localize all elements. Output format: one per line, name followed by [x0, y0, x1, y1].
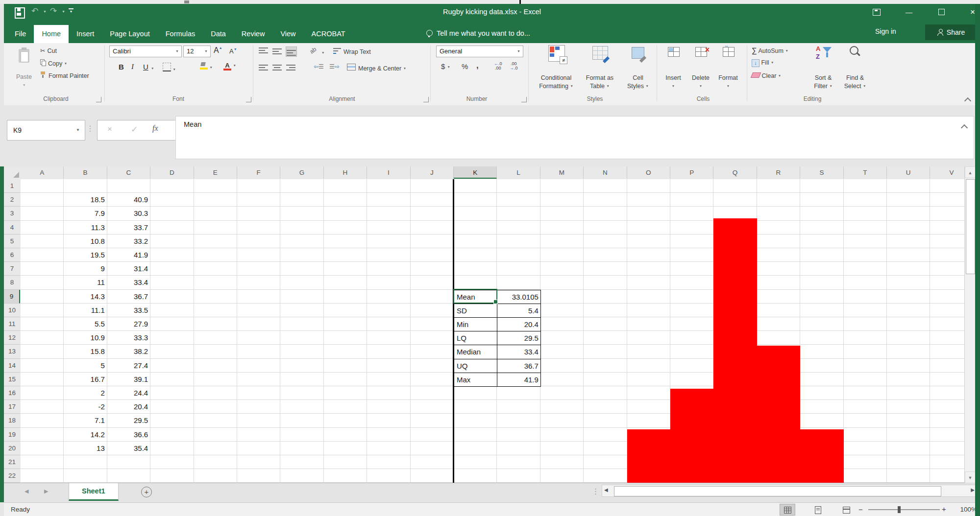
next-sheet-icon[interactable]: ▶: [44, 488, 48, 494]
top-align-button[interactable]: [259, 47, 268, 57]
format-cells-button[interactable]: ↔ Format ▼: [714, 43, 742, 95]
column-header-Q[interactable]: Q: [713, 166, 757, 179]
orientation-button[interactable]: ab: [308, 46, 318, 55]
column-header-K[interactable]: K: [454, 166, 497, 179]
column-header-O[interactable]: O: [627, 166, 670, 179]
row-header-9[interactable]: 9: [4, 290, 20, 304]
number-dialog-launcher-icon[interactable]: [521, 97, 527, 102]
decrease-indent-button[interactable]: ⇦☰: [314, 63, 324, 70]
zoom-slider-track[interactable]: [868, 509, 940, 510]
column-header-D[interactable]: D: [150, 166, 194, 179]
percent-style-button[interactable]: %: [462, 62, 468, 70]
page-break-view-button[interactable]: [839, 504, 854, 515]
row-header-13[interactable]: 13: [4, 345, 20, 358]
column-header-S[interactable]: S: [800, 166, 843, 179]
increase-decimal-button[interactable]: ←.0.00: [494, 62, 502, 70]
find-select-button[interactable]: Find & Select ▼: [840, 43, 870, 95]
scroll-up-icon[interactable]: ▲: [965, 166, 976, 178]
align-right-button[interactable]: [286, 63, 295, 73]
copy-button[interactable]: Copy ▼: [40, 59, 67, 67]
enter-icon[interactable]: ✓: [131, 124, 138, 135]
cut-button[interactable]: ✂Cut: [40, 47, 57, 54]
tab-bar-splitter[interactable]: ⋮: [592, 487, 599, 496]
row-header-5[interactable]: 5: [4, 235, 20, 248]
column-header-E[interactable]: E: [194, 166, 237, 179]
accounting-format-button[interactable]: $ ▼: [441, 62, 450, 70]
column-header-I[interactable]: I: [367, 166, 410, 179]
zoom-level[interactable]: 100%: [954, 506, 977, 513]
row-header-12[interactable]: 12: [4, 331, 20, 345]
tab-page-layout[interactable]: Page Layout: [102, 25, 157, 43]
font-dialog-launcher-icon[interactable]: [246, 97, 251, 102]
borders-button[interactable]: ▼: [163, 63, 176, 73]
row-header-15[interactable]: 15: [4, 373, 20, 386]
font-color-button[interactable]: A ▼: [223, 62, 236, 70]
new-sheet-icon[interactable]: +: [141, 487, 152, 497]
conditional-formatting-button[interactable]: ≠ Conditional Formatting ▼: [534, 43, 578, 95]
horizontal-scrollbar-thumb[interactable]: [614, 486, 941, 496]
tab-insert[interactable]: Insert: [69, 25, 102, 43]
shrink-font-button[interactable]: A▼: [229, 47, 237, 55]
clear-button[interactable]: Clear ▼: [752, 72, 781, 79]
fill-color-button[interactable]: ▼: [200, 62, 213, 71]
formula-bar-input[interactable]: Mean: [175, 116, 974, 159]
row-header-11[interactable]: 11: [4, 317, 20, 331]
column-header-A[interactable]: A: [21, 166, 64, 179]
row-header-14[interactable]: 14: [4, 359, 20, 373]
zoom-slider-thumb[interactable]: [898, 506, 901, 513]
ribbon-display-options-icon[interactable]: [866, 7, 887, 18]
row-header-17[interactable]: 17: [4, 400, 20, 414]
underline-button[interactable]: U: [143, 63, 148, 71]
row-header-16[interactable]: 16: [4, 386, 20, 400]
column-header-H[interactable]: H: [324, 166, 367, 179]
row-header-2[interactable]: 2: [4, 193, 20, 207]
formula-bar-drag-handle[interactable]: ⋮: [86, 124, 94, 133]
tab-data[interactable]: Data: [203, 25, 234, 43]
scroll-right-icon[interactable]: ▶: [971, 487, 975, 493]
fill-handle[interactable]: [493, 300, 498, 304]
row-header-22[interactable]: 22: [4, 469, 20, 483]
normal-view-button[interactable]: [780, 504, 795, 515]
column-header-N[interactable]: N: [584, 166, 627, 179]
column-header-G[interactable]: G: [280, 166, 323, 179]
font-family-select[interactable]: Calibri▼: [109, 46, 182, 57]
increase-indent-button[interactable]: ☰⇨: [329, 63, 340, 70]
insert-cells-button[interactable]: Insert ▼: [661, 43, 686, 95]
wrap-text-button[interactable]: Wrap Text: [333, 47, 371, 55]
row-header-4[interactable]: 4: [4, 221, 20, 235]
align-center-button[interactable]: [272, 63, 282, 73]
row-header-1[interactable]: 1: [4, 179, 20, 193]
scroll-left-icon[interactable]: ◀: [604, 487, 608, 493]
alignment-dialog-launcher-icon[interactable]: [423, 97, 429, 102]
format-painter-button[interactable]: Format Painter: [40, 71, 89, 79]
column-header-J[interactable]: J: [411, 166, 454, 179]
delete-cells-button[interactable]: × Delete ▼: [688, 43, 713, 95]
prev-sheet-icon[interactable]: ◀: [24, 488, 28, 494]
collapse-ribbon-icon[interactable]: [965, 98, 970, 105]
zoom-in-icon[interactable]: +: [942, 505, 946, 513]
cancel-icon[interactable]: ×: [107, 124, 112, 134]
name-box[interactable]: K9▼: [7, 120, 85, 141]
select-all-corner[interactable]: [4, 166, 21, 180]
maximize-icon[interactable]: [931, 7, 952, 18]
insert-function-icon[interactable]: fx: [152, 124, 158, 133]
column-header-T[interactable]: T: [844, 166, 887, 179]
vertical-scrollbar[interactable]: ▲ ▼: [964, 166, 976, 483]
vertical-scrollbar-thumb[interactable]: [966, 179, 975, 274]
grow-font-button[interactable]: A▲: [214, 46, 222, 55]
column-header-R[interactable]: R: [757, 166, 800, 179]
bottom-align-button[interactable]: [286, 47, 296, 56]
column-header-L[interactable]: L: [497, 166, 540, 179]
underline-dropdown-icon[interactable]: ▼: [151, 67, 154, 70]
comma-style-button[interactable]: ,: [476, 61, 479, 70]
page-layout-view-button[interactable]: [810, 504, 825, 515]
orientation-dropdown-icon[interactable]: ▼: [321, 51, 324, 54]
sort-filter-button[interactable]: AZ Sort & Filter ▼: [808, 43, 838, 95]
tab-file[interactable]: File: [7, 25, 34, 43]
fill-button[interactable]: ↓ Fill ▼: [752, 59, 774, 67]
column-header-F[interactable]: F: [237, 166, 280, 179]
middle-align-button[interactable]: [272, 47, 282, 57]
number-format-select[interactable]: General▼: [436, 46, 523, 57]
column-header-M[interactable]: M: [540, 166, 584, 179]
row-header-7[interactable]: 7: [4, 262, 20, 276]
